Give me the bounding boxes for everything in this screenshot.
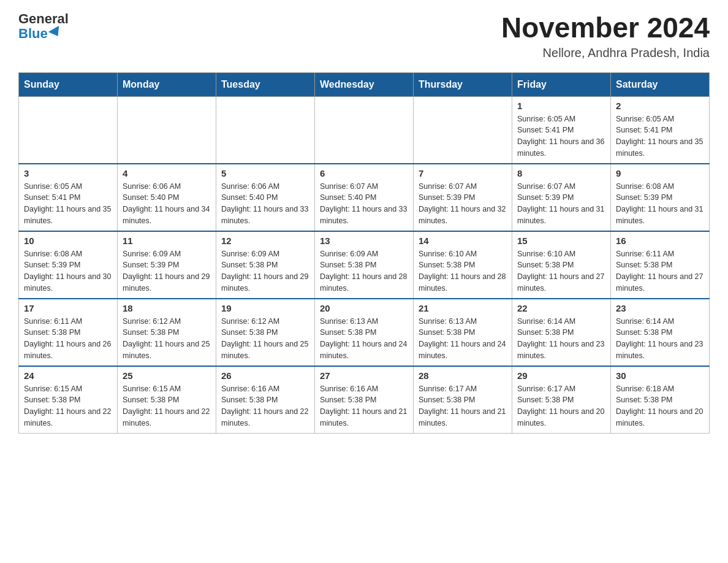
calendar-header-row: SundayMondayTuesdayWednesdayThursdayFrid…: [19, 72, 710, 96]
day-info: Sunrise: 6:17 AMSunset: 5:38 PMDaylight:…: [419, 383, 507, 429]
calendar-cell: [414, 96, 512, 164]
day-info: Sunrise: 6:17 AMSunset: 5:38 PMDaylight:…: [517, 383, 605, 429]
logo-triangle-icon: [48, 26, 63, 39]
day-number: 20: [320, 303, 408, 313]
day-number: 2: [616, 101, 704, 111]
column-header-monday: Monday: [118, 72, 216, 96]
calendar-cell: 18Sunrise: 6:12 AMSunset: 5:38 PMDayligh…: [118, 299, 216, 366]
day-number: 3: [24, 168, 112, 178]
calendar-week-row: 10Sunrise: 6:08 AMSunset: 5:39 PMDayligh…: [19, 231, 710, 299]
calendar-cell: 4Sunrise: 6:06 AMSunset: 5:40 PMDaylight…: [118, 164, 216, 231]
calendar-cell: 14Sunrise: 6:10 AMSunset: 5:38 PMDayligh…: [414, 231, 512, 299]
calendar-cell: 11Sunrise: 6:09 AMSunset: 5:39 PMDayligh…: [118, 231, 216, 299]
calendar-cell: 12Sunrise: 6:09 AMSunset: 5:38 PMDayligh…: [216, 231, 315, 299]
day-info: Sunrise: 6:14 AMSunset: 5:38 PMDaylight:…: [616, 316, 704, 362]
day-number: 21: [419, 303, 507, 313]
column-header-sunday: Sunday: [19, 72, 118, 96]
calendar-cell: 5Sunrise: 6:06 AMSunset: 5:40 PMDaylight…: [216, 164, 315, 231]
logo-general-text: General: [18, 12, 69, 26]
day-number: 5: [221, 168, 309, 178]
day-number: 15: [517, 236, 605, 246]
calendar-cell: 24Sunrise: 6:15 AMSunset: 5:38 PMDayligh…: [19, 366, 118, 434]
calendar-cell: 25Sunrise: 6:15 AMSunset: 5:38 PMDayligh…: [118, 366, 216, 434]
calendar-cell: 28Sunrise: 6:17 AMSunset: 5:38 PMDayligh…: [414, 366, 512, 434]
day-number: 24: [24, 370, 112, 381]
calendar-cell: [19, 96, 118, 164]
day-number: 10: [24, 236, 112, 246]
day-number: 26: [221, 370, 309, 381]
calendar-cell: 26Sunrise: 6:16 AMSunset: 5:38 PMDayligh…: [216, 366, 315, 434]
calendar-week-row: 24Sunrise: 6:15 AMSunset: 5:38 PMDayligh…: [19, 366, 710, 434]
day-info: Sunrise: 6:15 AMSunset: 5:38 PMDaylight:…: [123, 383, 211, 429]
day-info: Sunrise: 6:05 AMSunset: 5:41 PMDaylight:…: [517, 113, 605, 159]
day-info: Sunrise: 6:11 AMSunset: 5:38 PMDaylight:…: [24, 316, 112, 362]
day-info: Sunrise: 6:07 AMSunset: 5:40 PMDaylight:…: [320, 181, 408, 227]
month-title: November 2024: [501, 12, 710, 44]
calendar-cell: 15Sunrise: 6:10 AMSunset: 5:38 PMDayligh…: [512, 231, 611, 299]
column-header-saturday: Saturday: [611, 72, 710, 96]
day-info: Sunrise: 6:14 AMSunset: 5:38 PMDaylight:…: [517, 316, 605, 362]
day-info: Sunrise: 6:12 AMSunset: 5:38 PMDaylight:…: [221, 316, 309, 362]
day-number: 1: [517, 101, 605, 111]
calendar-cell: 13Sunrise: 6:09 AMSunset: 5:38 PMDayligh…: [315, 231, 414, 299]
day-info: Sunrise: 6:15 AMSunset: 5:38 PMDaylight:…: [24, 383, 112, 429]
day-info: Sunrise: 6:08 AMSunset: 5:39 PMDaylight:…: [24, 248, 112, 294]
calendar-cell: 27Sunrise: 6:16 AMSunset: 5:38 PMDayligh…: [315, 366, 414, 434]
calendar-cell: [216, 96, 315, 164]
day-number: 6: [320, 168, 408, 178]
day-number: 9: [616, 168, 704, 178]
calendar-cell: [118, 96, 216, 164]
day-number: 22: [517, 303, 605, 313]
day-info: Sunrise: 6:07 AMSunset: 5:39 PMDaylight:…: [419, 181, 507, 227]
day-info: Sunrise: 6:09 AMSunset: 5:39 PMDaylight:…: [123, 248, 211, 294]
calendar-cell: 17Sunrise: 6:11 AMSunset: 5:38 PMDayligh…: [19, 299, 118, 366]
day-info: Sunrise: 6:09 AMSunset: 5:38 PMDaylight:…: [320, 248, 408, 294]
calendar-cell: 21Sunrise: 6:13 AMSunset: 5:38 PMDayligh…: [414, 299, 512, 366]
day-info: Sunrise: 6:11 AMSunset: 5:38 PMDaylight:…: [616, 248, 704, 294]
column-header-tuesday: Tuesday: [216, 72, 315, 96]
calendar-cell: 2Sunrise: 6:05 AMSunset: 5:41 PMDaylight…: [611, 96, 710, 164]
calendar-cell: 1Sunrise: 6:05 AMSunset: 5:41 PMDaylight…: [512, 96, 611, 164]
calendar-cell: 9Sunrise: 6:08 AMSunset: 5:39 PMDaylight…: [611, 164, 710, 231]
calendar-cell: 29Sunrise: 6:17 AMSunset: 5:38 PMDayligh…: [512, 366, 611, 434]
day-info: Sunrise: 6:06 AMSunset: 5:40 PMDaylight:…: [221, 181, 309, 227]
calendar-cell: 3Sunrise: 6:05 AMSunset: 5:41 PMDaylight…: [19, 164, 118, 231]
calendar-table: SundayMondayTuesdayWednesdayThursdayFrid…: [18, 72, 710, 434]
day-info: Sunrise: 6:05 AMSunset: 5:41 PMDaylight:…: [616, 113, 704, 159]
day-number: 11: [123, 236, 211, 246]
location-text: Nellore, Andhra Pradesh, India: [501, 46, 710, 60]
page-header: General Blue November 2024 Nellore, Andh…: [18, 12, 710, 60]
day-info: Sunrise: 6:08 AMSunset: 5:39 PMDaylight:…: [616, 181, 704, 227]
day-number: 18: [123, 303, 211, 313]
calendar-cell: 20Sunrise: 6:13 AMSunset: 5:38 PMDayligh…: [315, 299, 414, 366]
title-block: November 2024 Nellore, Andhra Pradesh, I…: [501, 12, 710, 60]
day-number: 14: [419, 236, 507, 246]
column-header-wednesday: Wednesday: [315, 72, 414, 96]
calendar-cell: 23Sunrise: 6:14 AMSunset: 5:38 PMDayligh…: [611, 299, 710, 366]
day-info: Sunrise: 6:09 AMSunset: 5:38 PMDaylight:…: [221, 248, 309, 294]
day-info: Sunrise: 6:13 AMSunset: 5:38 PMDaylight:…: [419, 316, 507, 362]
day-number: 12: [221, 236, 309, 246]
logo: General Blue: [18, 12, 69, 42]
calendar-cell: 7Sunrise: 6:07 AMSunset: 5:39 PMDaylight…: [414, 164, 512, 231]
day-number: 13: [320, 236, 408, 246]
day-number: 4: [123, 168, 211, 178]
day-info: Sunrise: 6:18 AMSunset: 5:38 PMDaylight:…: [616, 383, 704, 429]
logo-blue-text: Blue: [18, 26, 62, 42]
calendar-cell: [315, 96, 414, 164]
day-number: 7: [419, 168, 507, 178]
column-header-friday: Friday: [512, 72, 611, 96]
day-number: 8: [517, 168, 605, 178]
column-header-thursday: Thursday: [414, 72, 512, 96]
calendar-cell: 8Sunrise: 6:07 AMSunset: 5:39 PMDaylight…: [512, 164, 611, 231]
day-info: Sunrise: 6:10 AMSunset: 5:38 PMDaylight:…: [517, 248, 605, 294]
day-info: Sunrise: 6:05 AMSunset: 5:41 PMDaylight:…: [24, 181, 112, 227]
day-number: 25: [123, 370, 211, 381]
calendar-cell: 19Sunrise: 6:12 AMSunset: 5:38 PMDayligh…: [216, 299, 315, 366]
day-info: Sunrise: 6:10 AMSunset: 5:38 PMDaylight:…: [419, 248, 507, 294]
day-info: Sunrise: 6:16 AMSunset: 5:38 PMDaylight:…: [221, 383, 309, 429]
day-number: 27: [320, 370, 408, 381]
calendar-week-row: 3Sunrise: 6:05 AMSunset: 5:41 PMDaylight…: [19, 164, 710, 231]
day-info: Sunrise: 6:13 AMSunset: 5:38 PMDaylight:…: [320, 316, 408, 362]
calendar-week-row: 17Sunrise: 6:11 AMSunset: 5:38 PMDayligh…: [19, 299, 710, 366]
